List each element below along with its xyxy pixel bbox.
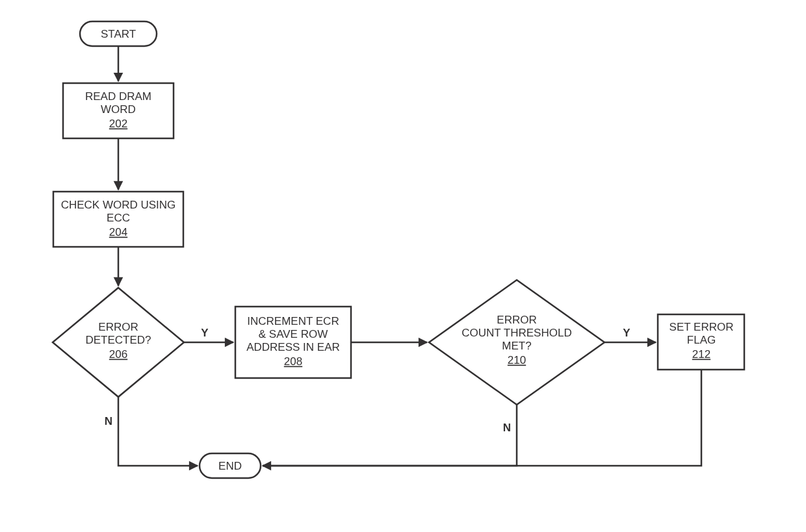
read-line1: READ DRAM bbox=[85, 90, 151, 103]
edge-thresh-no bbox=[263, 405, 517, 466]
detect-line2: DETECTED? bbox=[85, 334, 151, 346]
thresh-line3: MET? bbox=[502, 340, 531, 352]
label-detect-no: N bbox=[105, 415, 112, 427]
thresh-ref: 210 bbox=[508, 354, 526, 366]
end-label: END bbox=[218, 460, 242, 472]
node-increment-ecr: INCREMENT ECR & SAVE ROW ADDRESS IN EAR … bbox=[235, 307, 351, 378]
read-ref: 202 bbox=[109, 118, 127, 130]
node-read-dram-word: READ DRAM WORD 202 bbox=[63, 83, 174, 138]
label-thresh-no: N bbox=[503, 422, 511, 434]
label-thresh-yes: Y bbox=[623, 327, 630, 339]
edge-flag-end bbox=[263, 370, 701, 466]
node-end: END bbox=[200, 453, 261, 478]
label-detect-yes: Y bbox=[201, 327, 209, 339]
incr-line1: INCREMENT ECR bbox=[247, 315, 339, 327]
start-label: START bbox=[101, 28, 136, 40]
thresh-line2: COUNT THRESHOLD bbox=[462, 327, 571, 339]
node-check-word-ecc: CHECK WORD USING ECC 204 bbox=[53, 192, 183, 247]
check-ref: 204 bbox=[109, 226, 127, 238]
thresh-line1: ERROR bbox=[497, 314, 536, 326]
flag-line2: FLAG bbox=[687, 334, 716, 346]
incr-line2: & SAVE ROW bbox=[259, 328, 328, 340]
flag-line1: SET ERROR bbox=[670, 321, 734, 333]
incr-ref: 208 bbox=[284, 355, 302, 368]
flowchart-canvas: START READ DRAM WORD 202 CHECK WORD USIN… bbox=[0, 0, 806, 532]
check-line1: CHECK WORD USING bbox=[61, 199, 176, 211]
check-line2: ECC bbox=[107, 212, 130, 224]
node-error-detected: ERROR DETECTED? 206 bbox=[53, 288, 184, 397]
node-start: START bbox=[80, 21, 157, 46]
incr-line3: ADDRESS IN EAR bbox=[246, 341, 340, 353]
node-threshold-met: ERROR COUNT THRESHOLD MET? 210 bbox=[429, 280, 604, 405]
detect-line1: ERROR bbox=[98, 321, 138, 333]
node-set-error-flag: SET ERROR FLAG 212 bbox=[658, 314, 744, 370]
read-line2: WORD bbox=[101, 103, 136, 116]
detect-ref: 206 bbox=[109, 348, 127, 361]
edge-detect-no bbox=[118, 397, 198, 466]
flag-ref: 212 bbox=[692, 348, 710, 361]
